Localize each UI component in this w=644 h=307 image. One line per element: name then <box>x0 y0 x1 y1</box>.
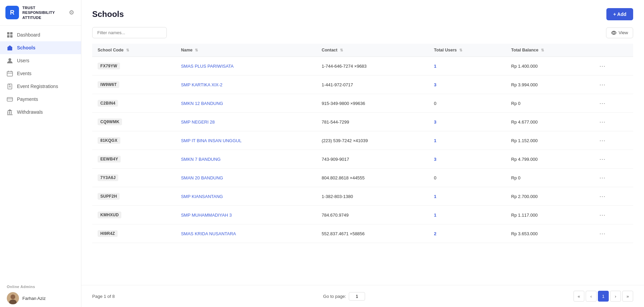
cell-code-1: IW9W6T <box>92 75 176 94</box>
view-button[interactable]: View <box>606 27 633 38</box>
cell-name-9: SMAS KRIDA NUSANTARA <box>176 224 316 243</box>
more-actions-button[interactable]: ⋯ <box>597 192 607 201</box>
cell-balance-2: Rp 0 <box>506 94 592 113</box>
total-users-value[interactable]: 1 <box>434 213 436 218</box>
table-wrapper: School Code ⇅ Name ⇅ Contact ⇅ Total Use… <box>81 44 644 284</box>
sidebar-item-payments-label: Payments <box>17 96 38 102</box>
cell-balance-7: Rp 2.700.000 <box>506 187 592 206</box>
cell-code-9: HI9R4Z <box>92 224 176 243</box>
col-header-code: School Code ⇅ <box>92 44 176 57</box>
pagination-buttons: « ‹ 1 › » <box>573 291 633 302</box>
school-name-link[interactable]: SMAS PLUS PARIWISATA <box>181 64 234 69</box>
total-users-value[interactable]: 3 <box>434 157 436 162</box>
table-row: 81KQGX SMP IT BINA INSAN UNGGUL (223) 53… <box>92 131 633 150</box>
more-actions-button[interactable]: ⋯ <box>597 117 607 126</box>
svg-rect-5 <box>10 35 13 38</box>
school-name-link[interactable]: SMP IT BINA INSAN UNGGUL <box>181 138 242 143</box>
school-name-link[interactable]: SMKN 12 BANDUNG <box>181 101 223 106</box>
pag-last-button[interactable]: » <box>622 291 633 302</box>
cell-code-3: CQ9WMK <box>92 113 176 131</box>
sort-icon-name[interactable]: ⇅ <box>195 48 198 52</box>
sidebar-item-dashboard[interactable]: Dashboard <box>0 28 81 41</box>
cell-users-2: 0 <box>428 94 506 113</box>
cell-contact-0: 1-744-646-7274 ×9683 <box>316 57 428 75</box>
svg-point-8 <box>8 58 11 61</box>
cell-balance-9: Rp 3.653.000 <box>506 224 592 243</box>
cell-name-0: SMAS PLUS PARIWISATA <box>176 57 316 75</box>
goto-page-section: Go to page: <box>323 292 365 301</box>
calendar-icon <box>7 70 13 76</box>
total-users-value[interactable]: 1 <box>434 64 436 69</box>
sort-icon-balance[interactable]: ⇅ <box>541 48 544 52</box>
total-users-value[interactable]: 3 <box>434 82 436 87</box>
col-header-name: Name ⇅ <box>176 44 316 57</box>
more-actions-button[interactable]: ⋯ <box>597 136 607 145</box>
cell-balance-8: Rp 1.117.000 <box>506 206 592 224</box>
cell-code-2: C2BIN4 <box>92 94 176 113</box>
cell-balance-5: Rp 4.799.000 <box>506 150 592 169</box>
school-code-badge: HI9R4Z <box>98 230 118 237</box>
more-actions-button[interactable]: ⋯ <box>597 99 607 108</box>
svg-rect-3 <box>10 32 13 35</box>
add-button[interactable]: + Add <box>606 8 633 20</box>
school-name-link[interactable]: SMP NEGERI 28 <box>181 119 215 125</box>
goto-input[interactable] <box>349 292 365 301</box>
more-actions-button[interactable]: ⋯ <box>597 80 607 89</box>
school-name-link[interactable]: SMP KIANSANTANG <box>181 194 223 199</box>
settings-button[interactable]: ⚙ <box>67 7 76 18</box>
sidebar-item-users[interactable]: Users <box>0 54 81 67</box>
table-row: EEWB4Y SMKN 7 BANDUNG 743-909-9017 3 Rp … <box>92 150 633 169</box>
svg-rect-16 <box>7 111 8 114</box>
cell-actions-0: ⋯ <box>592 57 633 75</box>
more-actions-button[interactable]: ⋯ <box>597 211 607 219</box>
svg-point-23 <box>613 32 615 34</box>
svg-text:R: R <box>10 9 15 16</box>
more-actions-button[interactable]: ⋯ <box>597 229 607 238</box>
sidebar-item-events[interactable]: Events <box>0 67 81 80</box>
cell-users-5: 3 <box>428 150 506 169</box>
cell-code-6: 7Y3A6J <box>92 169 176 187</box>
pag-first-button[interactable]: « <box>573 291 584 302</box>
school-name-link[interactable]: SMAN 20 BANDUNG <box>181 175 223 180</box>
school-code-badge: IW9W6T <box>98 81 119 88</box>
more-actions-button[interactable]: ⋯ <box>597 62 607 70</box>
pag-page-1-button[interactable]: 1 <box>598 291 609 302</box>
sidebar-logo: R TRUST RESPONSIBILITY ATTITUDE ⚙ <box>0 0 81 26</box>
cell-actions-2: ⋯ <box>592 94 633 113</box>
cell-actions-6: ⋯ <box>592 169 633 187</box>
table-row: IW9W6T SMP KARTIKA XIX-2 1-441-972-0717 … <box>92 75 633 94</box>
sort-icon-contact[interactable]: ⇅ <box>340 48 343 52</box>
school-code-badge: 7Y3A6J <box>98 174 118 181</box>
school-name-link[interactable]: SMKN 7 BANDUNG <box>181 157 221 162</box>
more-actions-button[interactable]: ⋯ <box>597 155 607 163</box>
cell-code-5: EEWB4Y <box>92 150 176 169</box>
sort-icon-users[interactable]: ⇅ <box>459 48 462 52</box>
cell-users-3: 3 <box>428 113 506 131</box>
cell-code-7: SUPF2H <box>92 187 176 206</box>
sidebar-item-payments[interactable]: Payments <box>0 93 81 106</box>
cell-code-0: FX79YW <box>92 57 176 75</box>
total-users-value[interactable]: 1 <box>434 194 436 199</box>
sidebar-item-event-registrations[interactable]: Event Registrations <box>0 80 81 93</box>
cell-balance-4: Rp 1.152.000 <box>506 131 592 150</box>
school-name-link[interactable]: SMP MUHAMMADIYAH 3 <box>181 213 232 218</box>
cell-users-8: 1 <box>428 206 506 224</box>
total-users-value[interactable]: 3 <box>434 119 436 125</box>
school-name-link[interactable]: SMP KARTIKA XIX-2 <box>181 82 222 87</box>
pag-next-button[interactable]: › <box>610 291 621 302</box>
sidebar-item-schools[interactable]: Schools <box>0 41 81 54</box>
cell-name-7: SMP KIANSANTANG <box>176 187 316 206</box>
more-actions-button[interactable]: ⋯ <box>597 173 607 182</box>
credit-card-icon <box>7 96 13 102</box>
bank-icon <box>7 109 13 115</box>
sidebar-item-withdrawals[interactable]: Withdrawals <box>0 106 81 118</box>
school-name-link[interactable]: SMAS KRIDA NUSANTARA <box>181 231 236 236</box>
filter-input[interactable] <box>92 27 167 38</box>
total-users-value[interactable]: 1 <box>434 138 436 143</box>
sidebar-item-withdrawals-label: Withdrawals <box>17 109 43 115</box>
svg-rect-17 <box>9 111 10 114</box>
sort-icon-code[interactable]: ⇅ <box>126 48 129 52</box>
user-icon <box>7 58 13 64</box>
pag-prev-button[interactable]: ‹ <box>586 291 597 302</box>
total-users-value[interactable]: 2 <box>434 231 436 236</box>
